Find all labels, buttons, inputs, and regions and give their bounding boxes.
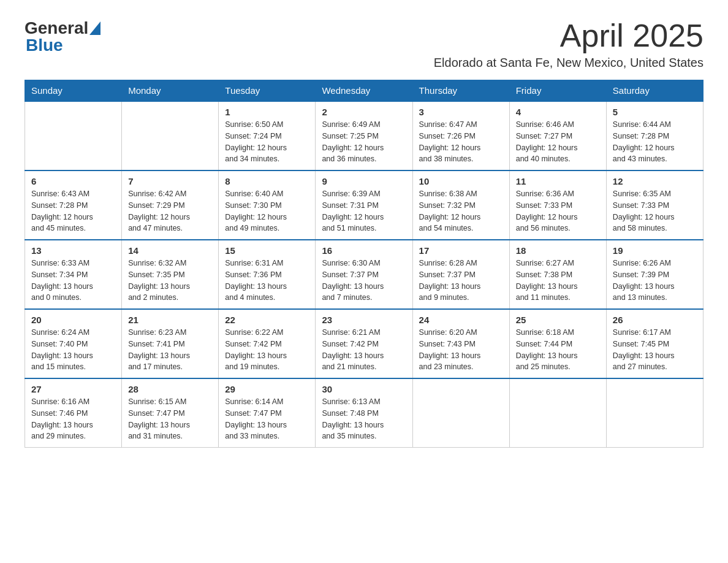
day-info: Sunrise: 6:27 AMSunset: 7:38 PMDaylight:… (516, 258, 600, 304)
day-number: 17 (419, 245, 503, 256)
day-info: Sunrise: 6:18 AMSunset: 7:44 PMDaylight:… (516, 327, 600, 373)
calendar-day: 16Sunrise: 6:30 AMSunset: 7:37 PMDayligh… (316, 240, 412, 309)
day-info: Sunrise: 6:20 AMSunset: 7:43 PMDaylight:… (419, 327, 503, 373)
day-number: 29 (225, 384, 309, 394)
day-info: Sunrise: 6:33 AMSunset: 7:34 PMDaylight:… (31, 258, 115, 304)
calendar-day (606, 378, 703, 448)
month-title: April 2025 (434, 18, 703, 53)
calendar-day: 22Sunrise: 6:22 AMSunset: 7:42 PMDayligh… (219, 309, 316, 378)
calendar-week-row: 27Sunrise: 6:16 AMSunset: 7:46 PMDayligh… (25, 378, 703, 448)
day-info: Sunrise: 6:38 AMSunset: 7:32 PMDaylight:… (419, 188, 503, 234)
day-info: Sunrise: 6:32 AMSunset: 7:35 PMDaylight:… (128, 258, 212, 304)
day-number: 30 (322, 384, 406, 394)
day-number: 26 (613, 315, 697, 325)
day-info: Sunrise: 6:40 AMSunset: 7:30 PMDaylight:… (225, 188, 309, 234)
logo-triangle-icon (89, 21, 100, 35)
day-info: Sunrise: 6:14 AMSunset: 7:47 PMDaylight:… (225, 396, 309, 442)
calendar-day: 2Sunrise: 6:49 AMSunset: 7:25 PMDaylight… (316, 101, 412, 170)
day-number: 22 (225, 315, 309, 325)
day-number: 25 (516, 315, 600, 325)
day-number: 16 (322, 245, 406, 256)
svg-marker-0 (89, 21, 100, 35)
day-number: 13 (31, 245, 115, 256)
calendar-day: 29Sunrise: 6:14 AMSunset: 7:47 PMDayligh… (219, 378, 316, 448)
day-number: 2 (322, 107, 406, 117)
day-info: Sunrise: 6:24 AMSunset: 7:40 PMDaylight:… (31, 327, 115, 373)
calendar-day: 5Sunrise: 6:44 AMSunset: 7:28 PMDaylight… (606, 101, 703, 170)
logo: General Blue (25, 18, 100, 55)
calendar-day (412, 378, 509, 448)
page-header: General Blue April 2025 Eldorado at Sant… (25, 18, 703, 70)
day-info: Sunrise: 6:23 AMSunset: 7:41 PMDaylight:… (128, 327, 212, 373)
calendar-day: 9Sunrise: 6:39 AMSunset: 7:31 PMDaylight… (316, 170, 412, 240)
day-number: 6 (31, 176, 115, 186)
calendar-day: 7Sunrise: 6:42 AMSunset: 7:29 PMDaylight… (122, 170, 219, 240)
day-number: 21 (128, 315, 212, 325)
day-info: Sunrise: 6:42 AMSunset: 7:29 PMDaylight:… (128, 188, 212, 234)
day-info: Sunrise: 6:44 AMSunset: 7:28 PMDaylight:… (613, 119, 697, 165)
weekday-header-saturday: Saturday (606, 80, 703, 102)
calendar-day: 24Sunrise: 6:20 AMSunset: 7:43 PMDayligh… (412, 309, 509, 378)
calendar-day: 21Sunrise: 6:23 AMSunset: 7:41 PMDayligh… (122, 309, 219, 378)
day-number: 3 (419, 107, 503, 117)
calendar-day (509, 378, 606, 448)
day-info: Sunrise: 6:17 AMSunset: 7:45 PMDaylight:… (613, 327, 697, 373)
day-number: 28 (128, 384, 212, 394)
day-number: 5 (613, 107, 697, 117)
calendar-day: 23Sunrise: 6:21 AMSunset: 7:42 PMDayligh… (316, 309, 412, 378)
calendar-day: 25Sunrise: 6:18 AMSunset: 7:44 PMDayligh… (509, 309, 606, 378)
day-number: 24 (419, 315, 503, 325)
calendar-day: 27Sunrise: 6:16 AMSunset: 7:46 PMDayligh… (25, 378, 122, 448)
day-number: 18 (516, 245, 600, 256)
day-info: Sunrise: 6:28 AMSunset: 7:37 PMDaylight:… (419, 258, 503, 304)
day-info: Sunrise: 6:49 AMSunset: 7:25 PMDaylight:… (322, 119, 406, 165)
day-info: Sunrise: 6:21 AMSunset: 7:42 PMDaylight:… (322, 327, 406, 373)
weekday-header-tuesday: Tuesday (219, 80, 316, 102)
day-info: Sunrise: 6:50 AMSunset: 7:24 PMDaylight:… (225, 119, 309, 165)
logo-blue-text: Blue (26, 36, 63, 55)
day-info: Sunrise: 6:31 AMSunset: 7:36 PMDaylight:… (225, 258, 309, 304)
day-number: 1 (225, 107, 309, 117)
calendar-day: 19Sunrise: 6:26 AMSunset: 7:39 PMDayligh… (606, 240, 703, 309)
day-info: Sunrise: 6:16 AMSunset: 7:46 PMDaylight:… (31, 396, 115, 442)
day-info: Sunrise: 6:43 AMSunset: 7:28 PMDaylight:… (31, 188, 115, 234)
calendar-week-row: 6Sunrise: 6:43 AMSunset: 7:28 PMDaylight… (25, 170, 703, 240)
calendar-day (122, 101, 219, 170)
day-number: 14 (128, 245, 212, 256)
calendar-day: 10Sunrise: 6:38 AMSunset: 7:32 PMDayligh… (412, 170, 509, 240)
calendar-day: 13Sunrise: 6:33 AMSunset: 7:34 PMDayligh… (25, 240, 122, 309)
calendar-day: 26Sunrise: 6:17 AMSunset: 7:45 PMDayligh… (606, 309, 703, 378)
calendar-day: 18Sunrise: 6:27 AMSunset: 7:38 PMDayligh… (509, 240, 606, 309)
calendar-day: 4Sunrise: 6:46 AMSunset: 7:27 PMDaylight… (509, 101, 606, 170)
calendar-day: 1Sunrise: 6:50 AMSunset: 7:24 PMDaylight… (219, 101, 316, 170)
day-info: Sunrise: 6:36 AMSunset: 7:33 PMDaylight:… (516, 188, 600, 234)
weekday-header-sunday: Sunday (25, 80, 122, 102)
day-number: 7 (128, 176, 212, 186)
day-number: 15 (225, 245, 309, 256)
day-info: Sunrise: 6:30 AMSunset: 7:37 PMDaylight:… (322, 258, 406, 304)
day-number: 27 (31, 384, 115, 394)
calendar-day: 17Sunrise: 6:28 AMSunset: 7:37 PMDayligh… (412, 240, 509, 309)
day-info: Sunrise: 6:46 AMSunset: 7:27 PMDaylight:… (516, 119, 600, 165)
calendar-day: 11Sunrise: 6:36 AMSunset: 7:33 PMDayligh… (509, 170, 606, 240)
calendar-day: 28Sunrise: 6:15 AMSunset: 7:47 PMDayligh… (122, 378, 219, 448)
day-number: 9 (322, 176, 406, 186)
day-number: 20 (31, 315, 115, 325)
calendar-day: 12Sunrise: 6:35 AMSunset: 7:33 PMDayligh… (606, 170, 703, 240)
day-info: Sunrise: 6:22 AMSunset: 7:42 PMDaylight:… (225, 327, 309, 373)
calendar-day: 6Sunrise: 6:43 AMSunset: 7:28 PMDaylight… (25, 170, 122, 240)
day-info: Sunrise: 6:26 AMSunset: 7:39 PMDaylight:… (613, 258, 697, 304)
day-number: 11 (516, 176, 600, 186)
weekday-header-monday: Monday (122, 80, 219, 102)
day-number: 12 (613, 176, 697, 186)
calendar-table: SundayMondayTuesdayWednesdayThursdayFrid… (25, 80, 703, 448)
day-number: 4 (516, 107, 600, 117)
calendar-week-row: 1Sunrise: 6:50 AMSunset: 7:24 PMDaylight… (25, 101, 703, 170)
calendar-day: 15Sunrise: 6:31 AMSunset: 7:36 PMDayligh… (219, 240, 316, 309)
calendar-day (25, 101, 122, 170)
day-info: Sunrise: 6:13 AMSunset: 7:48 PMDaylight:… (322, 396, 406, 442)
calendar-day: 14Sunrise: 6:32 AMSunset: 7:35 PMDayligh… (122, 240, 219, 309)
location-title: Eldorado at Santa Fe, New Mexico, United… (434, 56, 703, 70)
calendar-day: 30Sunrise: 6:13 AMSunset: 7:48 PMDayligh… (316, 378, 412, 448)
day-info: Sunrise: 6:47 AMSunset: 7:26 PMDaylight:… (419, 119, 503, 165)
